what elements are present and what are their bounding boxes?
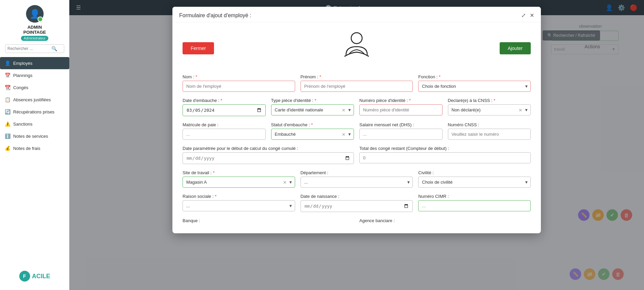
modal-title: Formulaire d'ajout d'employé :	[179, 12, 251, 19]
username: ADMIN	[27, 25, 42, 30]
main-content: ☰ 🕐 Entreprise A 👤 ⚙️ 🔴 observation ... …	[69, 0, 644, 290]
role-badge: Administrateur	[21, 36, 48, 41]
notes-icon: ℹ️	[5, 133, 10, 139]
avatar: 👤	[26, 5, 44, 23]
form-group-raison-sociale: Raison sociale : * ... ▼	[183, 194, 295, 211]
cnss-clear[interactable]: ✕	[519, 107, 522, 112]
conges-icon: 📆	[5, 85, 10, 90]
statut-select[interactable]: Embauché	[271, 129, 354, 139]
matricule-label: Matricule de paie :	[183, 122, 266, 127]
statut-select-wrapper: Embauché ✕ ▼	[271, 129, 354, 140]
numero-cimr-label: Numéro CIMR :	[418, 194, 531, 199]
modal-header-icons: ⤢ ✕	[521, 12, 534, 19]
form-group-site-travail: Site de travail : * Magasin A ✕ ▼	[183, 170, 295, 188]
form-group-nom: Nom : *	[183, 74, 295, 92]
employes-icon: 👤	[5, 60, 10, 66]
form-group-numero-piece: Numéro pièce d'identité : *	[359, 98, 443, 115]
form-group-cnss: Declaré(e) à la CNSS : * Non déclaré(e) …	[448, 98, 531, 115]
modal-overlay: Formulaire d'ajout d'employé : ⤢ ✕ Ferme…	[69, 0, 644, 290]
subtitle: POINTAGE	[23, 30, 46, 35]
sidebar-item-notes-services[interactable]: ℹ️ Notes de services	[0, 130, 69, 142]
civilite-select[interactable]: Choix de civilité	[419, 177, 530, 187]
form-group-prenom: Prénom : *	[301, 74, 413, 92]
recuperations-icon: 🔄	[5, 109, 10, 114]
nom-input[interactable]	[183, 81, 295, 92]
type-piece-select[interactable]: Carte d'identité nationale	[271, 105, 354, 115]
sidebar-item-sanctions[interactable]: ⚠️ Sanctions	[0, 118, 69, 130]
sidebar-item-absences[interactable]: 📋 Absences justifiées	[0, 94, 69, 106]
matricule-input[interactable]	[183, 129, 266, 140]
sidebar-item-label: Plannings	[13, 73, 32, 78]
statut-clear[interactable]: ✕	[342, 132, 345, 137]
employee-icon-area	[341, 29, 372, 61]
raison-sociale-select[interactable]: ...	[183, 201, 295, 211]
form-row-5: Site de travail : * Magasin A ✕ ▼ Départ…	[183, 170, 531, 188]
sidebar-logo: F ACILE	[19, 267, 50, 285]
search-input[interactable]	[7, 46, 51, 51]
date-naissance-input[interactable]	[301, 201, 413, 212]
absences-icon: 📋	[5, 97, 10, 102]
sidebar-item-label: Congés	[13, 85, 28, 90]
date-conge-input[interactable]	[183, 153, 354, 164]
form-group-banque: Banque :	[183, 218, 354, 223]
sidebar-item-label: Sanctions	[13, 122, 32, 127]
prenom-input[interactable]	[301, 81, 413, 92]
site-travail-clear[interactable]: ✕	[283, 180, 287, 185]
nom-label: Nom : *	[183, 74, 295, 79]
form-group-total-conge: Total des congé restant (Compteur de déb…	[359, 146, 531, 163]
civilite-label: Civilité :	[418, 170, 531, 175]
numero-piece-input[interactable]	[359, 104, 443, 115]
form-row-2: Date d'embauche : * Type pièce d'identit…	[183, 98, 531, 116]
search-area: 🔍	[5, 44, 64, 53]
date-embauche-wrapper	[183, 104, 266, 116]
sidebar-item-notes-frais[interactable]: 💰 Notes de frais	[0, 142, 69, 154]
expand-icon[interactable]: ⤢	[521, 12, 526, 19]
form-row-3: Matricule de paie : Statut d'embauche : …	[183, 122, 531, 140]
cnss-select[interactable]: Non déclaré(e)	[448, 105, 531, 115]
sidebar-item-conges[interactable]: 📆 Congés	[0, 81, 69, 94]
fonction-select-wrapper: Choix de fonction ▼	[418, 81, 531, 92]
departement-select[interactable]: ...	[301, 177, 413, 187]
form-row-1: Nom : * Prénom : * Fonction : * Choix de	[183, 74, 531, 92]
statut-label: Statut d'embauche : *	[271, 122, 354, 127]
numero-cnss-input[interactable]	[448, 129, 531, 140]
svg-point-0	[351, 33, 362, 44]
ajouter-button[interactable]: Ajouter	[500, 42, 531, 54]
fonction-select[interactable]: Choix de fonction	[419, 81, 530, 91]
modal: Formulaire d'ajout d'employé : ⤢ ✕ Ferme…	[172, 7, 541, 233]
date-embauche-input[interactable]	[183, 105, 265, 116]
type-piece-label: Type pièce d'identité : *	[271, 98, 354, 103]
banque-label: Banque :	[183, 218, 354, 223]
date-conge-label: Date paramétrée pour le début de calcul …	[183, 146, 354, 151]
close-icon[interactable]: ✕	[530, 12, 534, 19]
modal-header: Formulaire d'ajout d'employé : ⤢ ✕	[172, 7, 541, 22]
total-conge-input[interactable]	[359, 152, 531, 163]
form-row-7: Banque : Agence banciare :	[183, 218, 531, 223]
plannings-icon: 📅	[5, 73, 10, 78]
form-row-4: Date paramétrée pour le début de calcul …	[183, 146, 531, 164]
sidebar-item-employes[interactable]: 👤 Employés	[0, 57, 69, 69]
sidebar-item-recuperations[interactable]: 🔄 Récupérations prises	[0, 106, 69, 118]
form-group-numero-cimr: Numéro CIMR :	[418, 194, 531, 211]
type-piece-clear[interactable]: ✕	[342, 107, 345, 112]
civilite-select-wrapper: Choix de civilité ▼	[418, 177, 531, 188]
raison-sociale-label: Raison sociale : *	[183, 194, 295, 199]
search-button[interactable]: 🔍	[51, 46, 57, 51]
fermer-button[interactable]: Fermer	[183, 42, 214, 54]
sidebar: 👤 ADMIN POINTAGE Administrateur 🔍 👤 Empl…	[0, 0, 69, 290]
form-group-agence: Agence banciare :	[359, 218, 531, 223]
salaire-input[interactable]	[359, 129, 443, 140]
site-travail-select[interactable]: Magasin A	[183, 177, 295, 187]
sidebar-nav: 👤 Employés 📅 Plannings 📆 Congés 📋 Absenc…	[0, 57, 69, 154]
modal-body: Fermer Ajouter	[172, 22, 541, 233]
form-row-6: Raison sociale : * ... ▼ Date de naissan…	[183, 194, 531, 212]
numero-cimr-input[interactable]	[418, 200, 531, 211]
date-conge-wrapper	[183, 152, 354, 164]
sidebar-item-label: Absences justifiées	[13, 97, 51, 102]
sidebar-item-plannings[interactable]: 📅 Plannings	[0, 69, 69, 81]
sidebar-item-label: Récupérations prises	[13, 109, 54, 114]
employee-icon	[341, 29, 372, 61]
site-travail-select-wrapper: Magasin A ✕ ▼	[183, 177, 295, 188]
logo-circle: F	[19, 271, 30, 282]
form-group-type-piece: Type pièce d'identité : * Carte d'identi…	[271, 98, 354, 115]
